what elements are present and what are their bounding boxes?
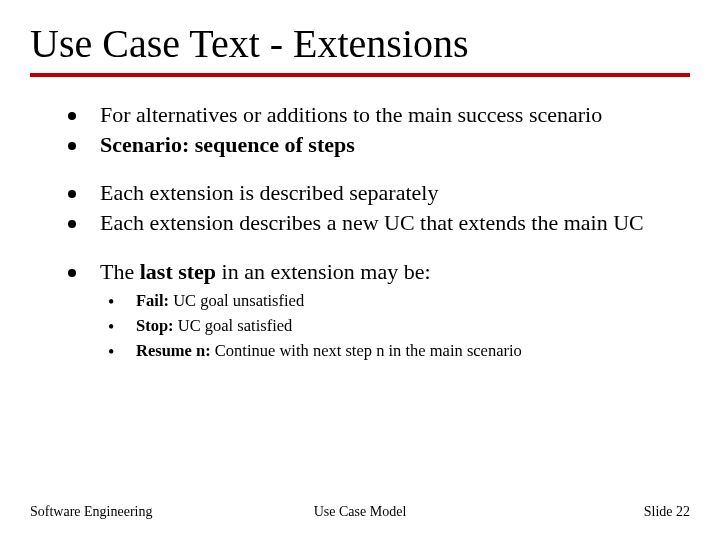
footer-left: Software Engineering [30,504,152,520]
slide-content: For alternatives or additions to the mai… [30,101,690,365]
bullet-item: Each extension describes a new UC that e… [68,209,670,237]
sub-bullet-icon: • [108,340,136,364]
bullet-icon [68,112,76,120]
bullet-text: Scenario: sequence of steps [100,131,670,159]
bullet-item: Scenario: sequence of steps [68,131,670,159]
slide: Use Case Text - Extensions For alternati… [0,0,720,540]
sub-bullet-item: •Stop: UC goal satisfied [108,315,670,339]
footer-center: Use Case Model [314,504,407,520]
bullet-icon [68,220,76,228]
bullet-icon [68,190,76,198]
bullet-icon [68,142,76,150]
sub-bullet-text: Fail: UC goal unsatisfied [136,290,670,312]
sub-bullet-text: Stop: UC goal satisfied [136,315,670,337]
bullet-text: Each extension is described separately [100,179,670,207]
bullet-text: For alternatives or additions to the mai… [100,101,670,129]
bullet-text: Each extension describes a new UC that e… [100,209,670,237]
bullet-text: The last step in an extension may be: [100,258,670,286]
bullet-list: For alternatives or additions to the mai… [68,101,670,365]
footer: Software Engineering Use Case Model Slid… [30,504,690,520]
footer-right: Slide 22 [644,504,690,520]
bullet-group: Each extension is described separatelyEa… [68,179,670,237]
sub-bullet-item: •Fail: UC goal unsatisfied [108,290,670,314]
bullet-item: Each extension is described separately [68,179,670,207]
sub-bullet-icon: • [108,315,136,339]
bullet-item: For alternatives or additions to the mai… [68,101,670,129]
sub-bullet-list: •Fail: UC goal unsatisfied•Stop: UC goal… [68,290,670,365]
sub-bullet-icon: • [108,290,136,314]
bullet-item: The last step in an extension may be: [68,258,670,286]
slide-title: Use Case Text - Extensions [30,20,690,77]
bullet-group: For alternatives or additions to the mai… [68,101,670,159]
sub-bullet-text: Resume n: Continue with next step n in t… [136,340,670,362]
sub-bullet-item: •Resume n: Continue with next step n in … [108,340,670,364]
bullet-group: The last step in an extension may be:•Fa… [68,258,670,365]
bullet-icon [68,269,76,277]
